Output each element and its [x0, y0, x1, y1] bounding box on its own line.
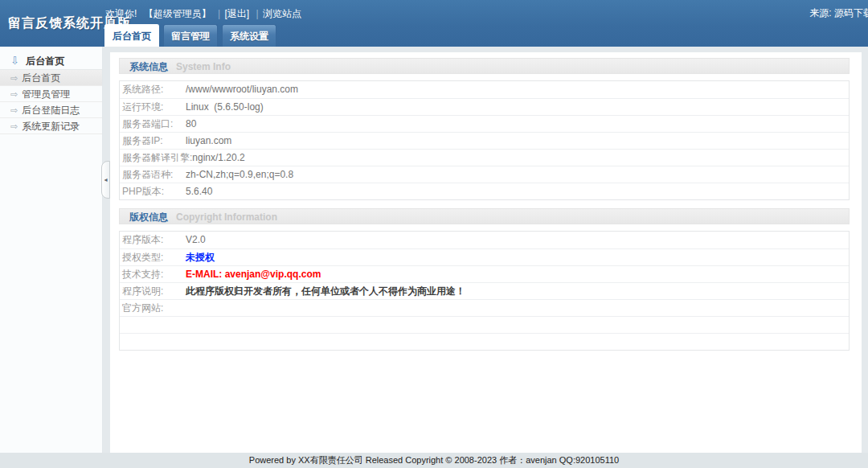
row-label: 授权类型: [120, 249, 186, 265]
arrow-right-icon: ⇨ [10, 73, 18, 83]
table-row [120, 333, 849, 350]
table-row: 服务器IP:liuyan.com [120, 132, 849, 149]
welcome-text: 欢迎你! [105, 8, 137, 19]
main-tabs: 后台首页留言管理系统设置 [104, 24, 276, 47]
sidebar-item-login-logs[interactable]: ⇨后台登陆日志 [0, 102, 102, 118]
info-table-system-info: 系统路径:/www/wwwroot/liuyan.com运行环境:Linux (… [119, 80, 850, 200]
logout-link[interactable]: [退出] [225, 8, 250, 19]
row-label: 程序版本: [120, 232, 186, 248]
section-header-copyright-info: 版权信息Copyright Information [119, 208, 850, 224]
table-row: 官方网站: [120, 299, 849, 316]
collapse-left-icon: ◂ [104, 176, 107, 183]
arrow-right-icon: ⇨ [10, 121, 18, 131]
row-value[interactable]: E-MAIL: avenjan@vip.qq.com [186, 266, 321, 282]
section-title: 系统信息 [129, 61, 168, 72]
row-label: 服务器语种: [120, 166, 186, 183]
sidebar-menu: ⇨后台首页⇨管理员管理⇨后台登陆日志⇨系统更新记录 [0, 70, 102, 134]
table-row: 服务器端口:80 [120, 115, 849, 132]
table-row [120, 316, 849, 333]
source-credit: 来源: 源码下载 [809, 6, 868, 20]
content-panel: 系统信息System Info系统路径:/www/wwwroot/liuyan.… [110, 52, 862, 453]
row-label: 服务器IP: [120, 133, 186, 149]
sidebar: ⇩ 后台首页 ⇨后台首页⇨管理员管理⇨后台登陆日志⇨系统更新记录 [0, 47, 103, 453]
sidebar-item-admin-management[interactable]: ⇨管理员管理 [0, 86, 102, 102]
row-value: /www/wwwroot/liuyan.com [186, 81, 298, 98]
section-title: 版权信息 [129, 211, 168, 223]
table-row: 程序版本:V2.0 [120, 232, 849, 248]
table-row: PHP版本:5.6.40 [120, 183, 849, 199]
sidebar-item-label: 系统更新记录 [22, 121, 80, 132]
sidebar-item-dashboard[interactable]: ⇨后台首页 [0, 70, 102, 86]
table-row: 程序说明:此程序版权归开发者所有，任何单位或者个人不得作为商业用途！ [120, 282, 849, 299]
row-value: liuyan.com [186, 133, 231, 149]
header: 留言反馈系统开原版 欢迎你! 【超级管理员】 | [退出] | 浏览站点 来源:… [0, 0, 868, 47]
row-value: 5.6.40 [186, 183, 212, 199]
table-row: 服务器语种:zh-CN,zh;q=0.9,en;q=0.8 [120, 166, 849, 183]
table-row: 授权类型:未授权 [120, 248, 849, 265]
arrow-down-icon: ⇩ [10, 55, 19, 67]
browse-site-link[interactable]: 浏览站点 [263, 8, 301, 19]
sidebar-item-label: 后台首页 [22, 72, 60, 84]
row-value: zh-CN,zh;q=0.9,en;q=0.8 [186, 166, 293, 183]
row-label: 程序说明: [120, 283, 186, 299]
section-header-system-info: 系统信息System Info [119, 58, 850, 74]
tab-message-management[interactable]: 留言管理 [163, 24, 218, 47]
row-label: 技术支持: [120, 266, 186, 282]
separator: | [218, 8, 220, 19]
arrow-right-icon: ⇨ [10, 105, 18, 115]
sidebar-item-update-records[interactable]: ⇨系统更新记录 [0, 118, 102, 134]
row-value: 80 [186, 116, 196, 132]
table-row: 运行环境:Linux (5.6.50-log) [120, 98, 849, 115]
sidebar-collapse-handle[interactable]: ◂ [101, 161, 110, 199]
row-label: PHP版本: [120, 183, 186, 199]
table-row: 系统路径:/www/wwwroot/liuyan.com [120, 81, 849, 98]
row-label [120, 334, 186, 350]
role-badge: 【超级管理员】 [144, 8, 211, 19]
page: 留言反馈系统开原版 欢迎你! 【超级管理员】 | [退出] | 浏览站点 来源:… [0, 0, 868, 468]
table-row: 技术支持:E-MAIL: avenjan@vip.qq.com [120, 265, 849, 282]
info-table-copyright-info: 程序版本:V2.0授权类型:未授权技术支持:E-MAIL: avenjan@vi… [119, 231, 850, 351]
sidebar-group-title: 后台首页 [26, 55, 64, 67]
content-sections: 系统信息System Info系统路径:/www/wwwroot/liuyan.… [119, 58, 850, 351]
sidebar-item-label: 后台登陆日志 [22, 105, 80, 116]
section-subtitle: Copyright Information [176, 211, 277, 223]
row-value[interactable]: 未授权 [186, 249, 215, 265]
row-value: 此程序版权归开发者所有，任何单位或者个人不得作为商业用途！ [186, 283, 465, 299]
table-row: 服务器解译引擎:nginx/1.20.2 [120, 149, 849, 166]
row-label: 服务器端口: [120, 116, 186, 132]
section-subtitle: System Info [176, 61, 231, 72]
row-label: 服务器解译引擎: [120, 150, 192, 166]
row-label: 官方网站: [120, 300, 186, 316]
row-label [120, 317, 186, 333]
row-value: Linux (5.6.50-log) [186, 99, 264, 115]
tab-home[interactable]: 后台首页 [104, 24, 159, 47]
row-value: V2.0 [186, 232, 206, 248]
sidebar-item-label: 管理员管理 [22, 88, 70, 100]
arrow-right-icon: ⇨ [10, 89, 18, 99]
row-label: 运行环境: [120, 99, 186, 115]
sidebar-group-header: ⇩ 后台首页 [0, 52, 102, 70]
footer: Powered by XX有限责任公司 Released Copyright ©… [0, 453, 868, 468]
row-value: nginx/1.20.2 [192, 150, 244, 166]
welcome-bar: 欢迎你! 【超级管理员】 | [退出] | 浏览站点 [105, 7, 305, 21]
tab-system-settings[interactable]: 系统设置 [222, 24, 276, 47]
separator: | [256, 8, 259, 19]
row-label: 系统路径: [120, 81, 186, 98]
